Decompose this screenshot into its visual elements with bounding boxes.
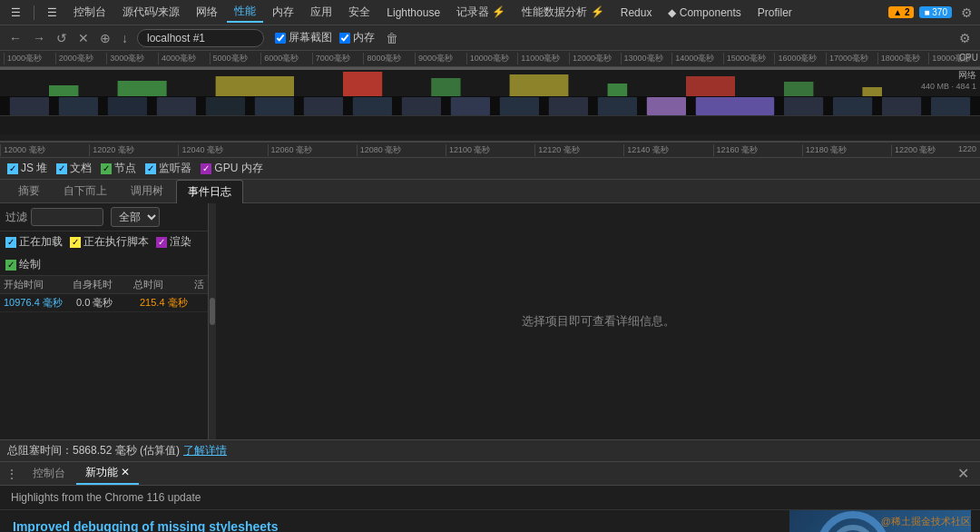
address-bar: ← → ↺ ✕ ⊕ ↓ 屏幕截图 内存 🗑 ⚙: [0, 25, 980, 51]
settings-gear-icon[interactable]: ⚙: [956, 29, 975, 47]
menu-hamburger-icon[interactable]: ☰: [4, 5, 28, 21]
watermark: @稀土掘金技术社区: [881, 515, 971, 528]
tick-9: 9000毫秒: [415, 53, 466, 64]
memory-size-label: 440 MB · 484 1: [921, 82, 976, 91]
drawer-tabs: ⋮ 控制台 新功能 ✕ ✕: [0, 462, 980, 486]
timeline-area: 1000毫秒 2000毫秒 3000毫秒 4000毫秒 5000毫秒 6000毫…: [0, 51, 980, 142]
filter-select[interactable]: 全部 加载 脚本 渲染 绘制: [111, 207, 160, 227]
drawer-tab-whats-new[interactable]: 新功能 ✕: [76, 462, 139, 485]
download-button[interactable]: ↓: [118, 29, 132, 47]
col-activity-label: 活: [194, 278, 204, 291]
menu-recorder[interactable]: 记录器 ⚡: [449, 3, 513, 22]
reload-button[interactable]: ↺: [53, 29, 71, 47]
tab-summary[interactable]: 摘要: [7, 180, 51, 202]
filter-label: 过滤: [5, 210, 27, 225]
vertical-scrollbar[interactable]: [209, 203, 216, 439]
filter-input[interactable]: [31, 208, 103, 226]
settings-icon[interactable]: ⚙: [957, 4, 976, 22]
listeners-checkbox[interactable]: ✓ 监听器: [145, 161, 191, 176]
svg-rect-23: [500, 97, 539, 115]
tick-18: 18000毫秒: [877, 53, 929, 64]
tab-call-tree[interactable]: 调用树: [120, 180, 174, 202]
svg-rect-26: [647, 97, 686, 115]
rendering-label: 渲染: [170, 234, 191, 250]
menu-application[interactable]: 应用: [303, 3, 339, 22]
delete-icon[interactable]: 🗑: [382, 29, 402, 47]
menu-lighthouse[interactable]: Lighthouse: [379, 5, 447, 21]
loading-checkbox[interactable]: ✓ 正在加载: [5, 234, 63, 250]
tab-bottom-up[interactable]: 自下而上: [53, 180, 118, 202]
svg-rect-22: [451, 97, 490, 115]
menu-redux[interactable]: Redux: [613, 5, 660, 21]
menu-profiler[interactable]: Profiler: [750, 5, 799, 21]
table-row[interactable]: 10976.4 毫秒 0.0 毫秒 215.4 毫秒: [0, 294, 208, 312]
menu-sources[interactable]: 源代码/来源: [115, 3, 187, 22]
stop-button[interactable]: ✕: [74, 29, 93, 47]
btick-2: 12020 毫秒: [89, 144, 178, 156]
listeners-label: 监听器: [159, 161, 191, 176]
svg-rect-24: [549, 97, 588, 115]
tick-17: 17000毫秒: [826, 53, 877, 64]
btick-5: 12080 毫秒: [357, 144, 446, 156]
doc-checkbox[interactable]: ✓ 文档: [56, 161, 92, 176]
scrollbar-thumb[interactable]: [210, 298, 215, 325]
svg-rect-30: [882, 97, 921, 115]
tab-event-log[interactable]: 事件日志: [176, 180, 243, 203]
loading-label: 正在加载: [19, 234, 63, 250]
learn-more-link[interactable]: 了解详情: [183, 443, 227, 458]
scripting-checkbox[interactable]: ✓ 正在执行脚本: [70, 234, 149, 250]
svg-rect-25: [598, 97, 637, 115]
tick-13: 13000毫秒: [621, 53, 672, 64]
drawer: ⋮ 控制台 新功能 ✕ ✕ Highlights from the Chrome…: [0, 461, 980, 532]
drawer-close-button[interactable]: ✕: [952, 463, 975, 484]
svg-rect-3: [216, 76, 294, 96]
drawer-grip-icon[interactable]: ⋮: [5, 467, 18, 481]
js-heap-checkbox[interactable]: ✓ JS 堆: [7, 161, 47, 176]
svg-rect-18: [255, 97, 294, 115]
tick-4: 4000毫秒: [158, 53, 210, 64]
painting-checkbox[interactable]: ✓ 绘制: [5, 257, 41, 272]
analysis-tabs-row: 摘要 自下而上 调用树 事件日志: [0, 180, 980, 203]
gpu-memory-checkbox[interactable]: ✓ GPU 内存: [201, 161, 262, 176]
tick-14: 14000毫秒: [671, 53, 723, 64]
painting-checkmark: ✓: [5, 260, 16, 271]
menu-network[interactable]: 网络: [189, 3, 225, 22]
menu-security[interactable]: 安全: [341, 3, 377, 22]
url-input[interactable]: [137, 29, 264, 47]
svg-rect-13: [10, 97, 49, 115]
menu-perf-data[interactable]: 性能数据分析 ⚡: [514, 3, 611, 22]
svg-rect-32: [0, 116, 980, 134]
js-heap-checkmark: ✓: [7, 163, 18, 174]
total-block-time: 总阻塞时间：5868.52 毫秒 (估算值): [7, 443, 180, 458]
cpu-chart-svg: [0, 67, 980, 96]
menu-components[interactable]: ◆ Components: [661, 5, 748, 21]
svg-rect-21: [402, 97, 441, 115]
forward-button[interactable]: →: [29, 29, 49, 47]
btick-10: 12180 毫秒: [802, 144, 891, 156]
menu-console[interactable]: 控制台: [66, 3, 113, 22]
memory-checkbox[interactable]: 内存: [339, 30, 375, 45]
nodes-checkbox[interactable]: ✓ 节点: [101, 161, 136, 176]
drawer-tab-console[interactable]: 控制台: [24, 463, 74, 484]
row-start-time: 10976.4 毫秒: [4, 296, 76, 310]
rendering-checkbox[interactable]: ✓ 渲染: [156, 234, 191, 250]
inspect-button[interactable]: ⊕: [96, 29, 114, 47]
row-self-time: 0.0 毫秒: [76, 296, 140, 310]
feature-title-1[interactable]: Improved debugging of missing stylesheet…: [13, 519, 768, 532]
nodes-checkmark: ✓: [101, 163, 112, 174]
col-total-label: 总时间: [133, 278, 194, 291]
bottom-ruler-ticks: 12000 毫秒 12020 毫秒 12040 毫秒 12060 毫秒 1208…: [0, 144, 980, 156]
menu-separator: [34, 5, 34, 20]
menu-elements[interactable]: ☰: [40, 5, 64, 21]
back-button[interactable]: ←: [5, 29, 25, 47]
screenshot-checkbox[interactable]: 屏幕截图: [275, 30, 332, 45]
menu-performance[interactable]: 性能: [227, 2, 263, 23]
drawer-content: Improved debugging of missing stylesheet…: [0, 510, 980, 532]
svg-rect-9: [784, 82, 813, 96]
tick-3: 3000毫秒: [106, 53, 158, 64]
memory-checks-row: ✓ JS 堆 ✓ 文档 ✓ 节点 ✓ 监听器 ✓ GPU 内存: [0, 158, 980, 180]
tick-6: 6000毫秒: [260, 53, 312, 64]
tick-2: 2000毫秒: [55, 53, 107, 64]
menu-memory[interactable]: 内存: [265, 3, 301, 22]
cpu-chart: 网络 440 MB · 484 1: [0, 67, 980, 96]
